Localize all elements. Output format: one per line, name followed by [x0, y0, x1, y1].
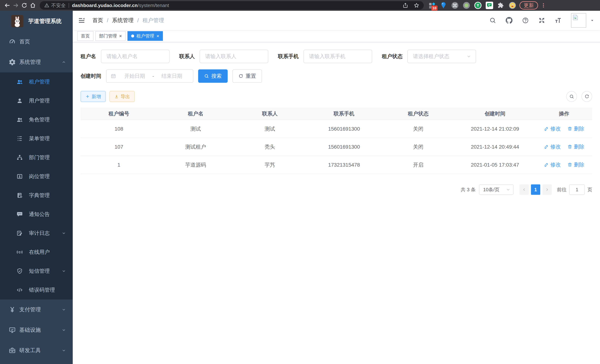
sidebar-menu-item[interactable]: 菜单管理: [0, 129, 73, 148]
breadcrumb-link[interactable]: 租户管理: [142, 17, 164, 24]
sidebar-menu-item[interactable]: 通知公告: [0, 205, 73, 224]
table-row: 107 测试租户 秃头 15601691300 关闭 2021-12-14 20…: [81, 138, 592, 156]
filter-mobile: 联系手机: [278, 50, 372, 63]
sidebar-menu-item[interactable]: 字典管理: [0, 186, 73, 205]
sidebar-menu-item[interactable]: 错误码管理: [0, 280, 73, 299]
cell-status: 关闭: [382, 120, 454, 138]
close-icon[interactable]: ×: [156, 34, 159, 38]
edit-button[interactable]: 修改: [544, 161, 561, 168]
sidebar-menu-item[interactable]: 短信管理: [0, 261, 73, 280]
tag-view-tab[interactable]: 租户管理 ×: [127, 31, 163, 41]
security-warning-icon[interactable]: [44, 3, 49, 8]
refresh-table-button[interactable]: [581, 91, 592, 102]
sidebar-menu-item[interactable]: 用户管理: [0, 91, 73, 110]
pagination-total: 共 3 条: [461, 187, 476, 193]
cell-created: 2021-12-14 20:49:44: [454, 138, 536, 156]
extension-emoji-icon[interactable]: [507, 0, 518, 10]
browser-extensions: 10: [427, 0, 518, 10]
fullscreen-icon[interactable]: [534, 17, 550, 24]
browser-home-button[interactable]: [28, 1, 37, 10]
tag-view-tab[interactable]: 首页: [77, 31, 94, 41]
search-button[interactable]: 搜索: [198, 69, 228, 83]
font-size-icon[interactable]: [550, 17, 566, 24]
tag-view-tab[interactable]: 部门管理 ×: [95, 31, 126, 41]
show-search-toggle-button[interactable]: [566, 91, 577, 102]
extension-grid-diamond-icon[interactable]: 10: [427, 0, 437, 10]
page-size-select[interactable]: 10条/页: [479, 184, 514, 195]
menu-item-label: 基础设施: [19, 326, 41, 334]
add-button[interactable]: 新增: [81, 91, 106, 102]
cell-contact: 秃头: [234, 138, 306, 156]
column-header: 操作: [536, 108, 592, 120]
github-icon[interactable]: [501, 17, 517, 24]
avatar[interactable]: [571, 13, 586, 28]
edit-button[interactable]: 修改: [544, 125, 561, 132]
filter-status: 租户状态 请选择租户状态: [382, 50, 476, 63]
goto-page-input[interactable]: [569, 184, 585, 195]
current-page-button[interactable]: 1: [531, 184, 540, 195]
extension-green-dot-icon[interactable]: [461, 0, 472, 10]
header-search-icon[interactable]: [485, 17, 501, 24]
extensions-puzzle-icon[interactable]: [496, 0, 506, 10]
end-date-placeholder[interactable]: 结束日期: [155, 73, 189, 80]
pagination-goto: 前往 页: [557, 184, 592, 195]
sidebar-menu-item[interactable]: 部门管理: [0, 148, 73, 167]
trash-icon: [567, 144, 572, 149]
status-select[interactable]: 请选择租户状态: [407, 50, 476, 63]
sidebar-logo[interactable]: 芋道管理系统: [0, 11, 73, 32]
sidebar-menu-item[interactable]: 系统管理: [0, 52, 73, 72]
reset-button[interactable]: 重置: [233, 69, 262, 83]
sidebar-menu-item[interactable]: 在线用户: [0, 243, 73, 261]
tenant-name-input[interactable]: [101, 50, 169, 63]
next-page-button[interactable]: [543, 184, 552, 195]
extension-chat-icon[interactable]: [484, 0, 495, 10]
share-icon[interactable]: [403, 3, 408, 8]
extension-yudao-icon[interactable]: [473, 0, 483, 10]
edit-button[interactable]: 修改: [544, 143, 561, 150]
export-button[interactable]: 导出: [110, 91, 135, 102]
cell-status: 关闭: [382, 138, 454, 156]
extension-command-icon[interactable]: [450, 0, 460, 10]
browser-forward-button[interactable]: [11, 1, 20, 10]
browser-menu-icon[interactable]: [541, 3, 546, 8]
start-date-placeholder[interactable]: 开始日期: [118, 73, 151, 80]
browser-update-button[interactable]: 更新: [519, 1, 538, 9]
cell-contact: 测试: [234, 120, 306, 138]
delete-button[interactable]: 删除: [567, 143, 584, 150]
menu-item-icon: [16, 211, 23, 218]
breadcrumb-item: 首页 /: [92, 17, 112, 24]
status-select-placeholder: 请选择租户状态: [413, 53, 449, 60]
sidebar-menu-item[interactable]: 角色管理: [0, 110, 73, 129]
help-icon[interactable]: [517, 17, 534, 24]
contact-input[interactable]: [200, 50, 268, 63]
toolbar-right: [566, 91, 592, 102]
browser-back-button[interactable]: [3, 1, 11, 10]
chevron-down-icon: [466, 54, 471, 59]
sidebar-collapse-icon[interactable]: [73, 11, 91, 30]
sidebar-menu-item[interactable]: 审计日志: [0, 224, 73, 243]
column-header: 租户编号: [81, 108, 157, 120]
sidebar-menu-item[interactable]: 岗位管理: [0, 167, 73, 186]
close-icon[interactable]: ×: [119, 34, 122, 38]
address-bar[interactable]: 不安全 dashboard.yudao.iocoder.cn/system/te…: [40, 1, 424, 10]
avatar-caret-icon[interactable]: [590, 18, 594, 23]
prev-page-button[interactable]: [519, 184, 529, 195]
mobile-input[interactable]: [303, 50, 372, 63]
sidebar-menu-item[interactable]: 租户管理: [0, 72, 73, 91]
delete-button[interactable]: 删除: [567, 161, 584, 168]
breadcrumb-item: 系统管理 /: [112, 17, 142, 24]
browser-reload-button[interactable]: [20, 1, 28, 10]
date-range-picker[interactable]: 开始日期 - 结束日期: [106, 69, 193, 83]
breadcrumb-separator: /: [107, 18, 108, 24]
breadcrumb-link[interactable]: 首页: [92, 17, 103, 24]
bookmark-star-icon[interactable]: [414, 3, 419, 8]
sidebar-menu-item[interactable]: 首页: [0, 32, 73, 52]
sidebar-menu-item[interactable]: 研发工具: [0, 340, 73, 361]
menu-item-icon: [16, 97, 23, 104]
sidebar-menu-item[interactable]: 基础设施: [0, 320, 73, 340]
cell-contact: 芋艿: [234, 156, 306, 174]
delete-button[interactable]: 删除: [567, 125, 584, 132]
sidebar-menu-item[interactable]: 支付管理: [0, 299, 73, 320]
extension-balloon-icon[interactable]: [438, 0, 449, 10]
breadcrumb-link[interactable]: 系统管理: [112, 17, 134, 24]
